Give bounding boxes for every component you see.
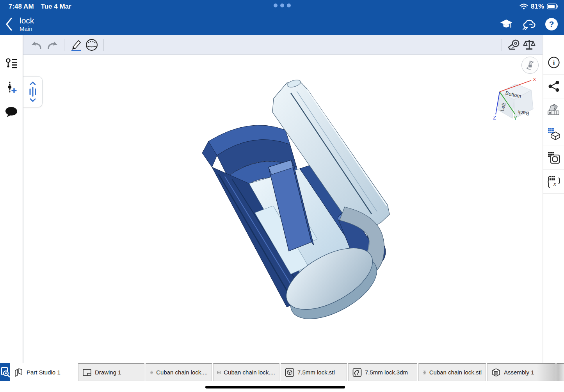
document-title: lock xyxy=(20,16,34,25)
mass-properties-icon[interactable] xyxy=(521,37,537,53)
tab-label: Part Studio 1 xyxy=(27,369,60,376)
imported-part-icon xyxy=(217,368,221,377)
status-date: Tue 4 Mar xyxy=(41,3,71,11)
drawing-icon xyxy=(82,368,92,377)
feature-sphere-icon[interactable] xyxy=(84,37,100,53)
right-sidebar: i xyxy=(543,35,564,363)
svg-text:i: i xyxy=(553,59,555,67)
tab-partial[interactable] xyxy=(557,363,564,381)
ios-status-bar: 7:48 AM Tue 4 Mar 81% xyxy=(0,0,564,13)
tab-label: Cuban chain lock.stl xyxy=(429,369,482,376)
battery-percent: 81% xyxy=(531,3,544,11)
wifi-icon xyxy=(520,4,528,10)
axis-x-label: X xyxy=(533,77,536,82)
status-time: 7:48 AM xyxy=(9,3,34,11)
home-indicator[interactable] xyxy=(205,386,345,388)
model-canvas[interactable]: Bottom Back Left X Z Y xyxy=(23,55,543,363)
tab-part-studio-1[interactable]: Part Studio 1 xyxy=(10,363,77,381)
tab-label: 7.5mm lock.stl xyxy=(297,369,335,376)
imported-part-icon xyxy=(423,368,426,377)
undo-icon[interactable] xyxy=(29,37,44,53)
back-button[interactable] xyxy=(0,15,18,33)
feature-slider-icon xyxy=(28,87,37,97)
tab-75mm-lock-3dm[interactable]: 7.5mm lock.3dm xyxy=(348,363,417,381)
tab-label: Cuban chain lock.... xyxy=(156,369,208,376)
feature-panel-handle[interactable] xyxy=(23,76,43,107)
redo-icon[interactable] xyxy=(44,37,60,53)
workspace-name[interactable]: Main xyxy=(20,25,34,32)
learning-center-icon[interactable] xyxy=(499,17,513,31)
tab-cuban-chain-lock-b[interactable]: Cuban chain lock.... xyxy=(213,363,279,381)
tab-cuban-chain-lock-a[interactable]: Cuban chain lock.... xyxy=(146,363,212,381)
document-tab-bar: Part Studio 1 Drawing 1 Cuban chain lock… xyxy=(0,363,564,381)
file-3dm-icon xyxy=(352,368,362,377)
battery-icon xyxy=(547,4,559,9)
appearance-icon[interactable] xyxy=(543,98,564,122)
feature-list-icon[interactable] xyxy=(0,52,23,76)
axis-z-label: Z xyxy=(493,115,496,121)
comments-icon[interactable] xyxy=(0,100,23,124)
help-icon[interactable]: ? xyxy=(544,17,559,31)
tab-label: Assembly 1 xyxy=(504,369,534,376)
bottom-strip xyxy=(0,381,564,392)
share-icon[interactable] xyxy=(543,75,564,98)
render-studio-icon[interactable] xyxy=(543,146,564,170)
tab-cuban-chain-lock-stl[interactable]: Cuban chain lock.stl xyxy=(418,363,486,381)
insert-feature-icon[interactable] xyxy=(0,76,23,100)
sketch-icon[interactable] xyxy=(68,37,84,53)
multitask-dots-icon[interactable] xyxy=(274,4,291,7)
imported-part-icon xyxy=(285,368,294,377)
view-cube[interactable]: Bottom Back Left X Z Y xyxy=(491,74,538,126)
imported-part-icon xyxy=(150,368,153,377)
left-sidebar xyxy=(0,35,23,363)
app-header: lock Main ? xyxy=(0,13,564,35)
canvas-toolbar xyxy=(23,35,543,55)
follow-mode-icon[interactable] xyxy=(522,17,536,31)
display-states-icon[interactable] xyxy=(543,122,564,146)
tab-assembly-1[interactable]: Assembly 1 xyxy=(487,363,555,381)
configurations-icon[interactable]: x xyxy=(543,170,564,194)
tab-label: Cuban chain lock.... xyxy=(224,369,275,376)
chevron-down-icon[interactable] xyxy=(30,98,36,102)
svg-text:?: ? xyxy=(549,20,554,29)
rotation-lock-button[interactable] xyxy=(521,57,539,74)
assembly-icon xyxy=(491,368,501,377)
info-icon[interactable]: i xyxy=(543,51,564,75)
part-studio-icon xyxy=(14,367,23,377)
svg-text:x: x xyxy=(553,181,556,187)
lock-3d-model[interactable] xyxy=(179,70,397,336)
tab-75mm-lock-stl[interactable]: 7.5mm lock.stl xyxy=(281,363,347,381)
tab-label: 7.5mm lock.3dm xyxy=(365,369,408,376)
measure-icon[interactable] xyxy=(506,37,521,53)
chevron-up-icon[interactable] xyxy=(30,82,36,85)
tab-label: Drawing 1 xyxy=(95,369,121,376)
axis-y-label: Y xyxy=(514,115,517,121)
tab-manager-button[interactable] xyxy=(0,363,10,381)
tab-drawing-1[interactable]: Drawing 1 xyxy=(78,363,144,381)
